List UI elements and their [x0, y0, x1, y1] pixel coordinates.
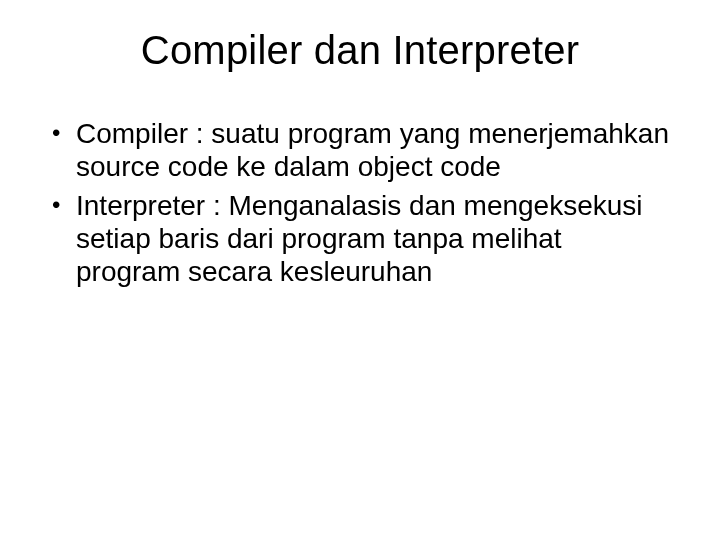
bullet-list: Compiler : suatu program yang menerjemah… [48, 117, 672, 288]
slide: Compiler dan Interpreter Compiler : suat… [0, 0, 720, 540]
bullet-item: Compiler : suatu program yang menerjemah… [48, 117, 672, 183]
bullet-item: Interpreter : Menganalasis dan mengeksek… [48, 189, 672, 288]
slide-title: Compiler dan Interpreter [48, 28, 672, 73]
slide-body: Compiler : suatu program yang menerjemah… [48, 117, 672, 288]
